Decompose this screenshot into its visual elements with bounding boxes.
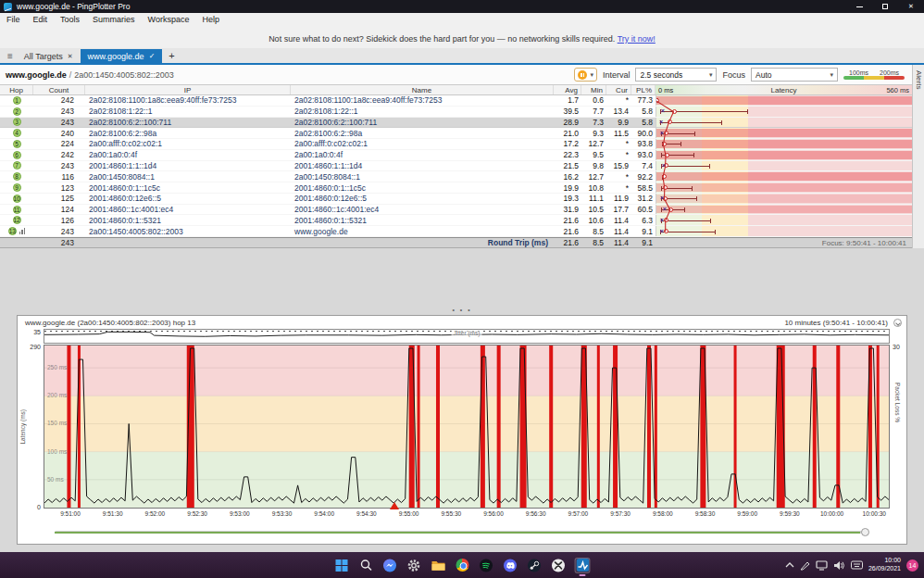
pl-cell: 60.5 — [631, 205, 656, 215]
tray-clock[interactable]: 10:00 26/09/2021 — [868, 557, 901, 573]
discord-button[interactable] — [503, 558, 518, 573]
volume-icon[interactable] — [833, 560, 845, 571]
target-chart-icon — [19, 228, 26, 234]
hop-row-3[interactable]: 3 243 2a02:8100:6:2::100:711 2a02:8100:6… — [0, 118, 912, 129]
time-scrollbar[interactable] — [55, 528, 869, 536]
column-header-count[interactable]: Count — [33, 85, 85, 94]
latency-mini-graph: × — [656, 107, 912, 117]
avg-marker — [662, 142, 667, 146]
chrome-icon — [456, 559, 468, 572]
menu-edit[interactable]: Edit — [27, 15, 55, 24]
notice-text: Not sure what to do next? Sidekick does … — [268, 34, 615, 44]
column-header-hop[interactable]: Hop — [0, 85, 33, 94]
column-header-ip[interactable]: IP — [85, 85, 291, 94]
column-header-min[interactable]: Min — [581, 85, 606, 94]
time-tick-label: 9:53:30 — [272, 510, 293, 517]
targets-menu-icon[interactable]: ≡ — [0, 51, 17, 63]
cast-display-icon[interactable] — [816, 560, 828, 571]
menu-summaries[interactable]: Summaries — [86, 15, 142, 24]
ip-cell: 2a02:8100:6:2::98a — [85, 128, 291, 138]
collapse-graph-button[interactable] — [893, 319, 902, 327]
pingplotter-taskbar-button[interactable] — [575, 558, 591, 573]
new-tab-button[interactable]: + — [162, 50, 181, 63]
cur-cell: * — [606, 150, 631, 160]
pause-dropdown-icon[interactable]: ▾ — [590, 71, 593, 79]
messenger-button[interactable] — [382, 558, 398, 573]
close-button[interactable]: ✕ — [898, 0, 924, 13]
count-cell: 240 — [33, 128, 85, 138]
tab-close-icon[interactable]: ✕ — [68, 53, 73, 60]
cur-cell: 15.9 — [606, 161, 631, 171]
xbox-button[interactable] — [551, 558, 567, 573]
search-button[interactable] — [358, 558, 374, 573]
count-cell: 243 — [33, 118, 85, 128]
hop-row-6[interactable]: 6 242 2a00:1a0:0:4f 2a00:1a0:0:4f 22.3 9… — [0, 150, 912, 161]
name-cell: 2a02:8100:6:2::100:711 — [291, 118, 554, 128]
hop-row-7[interactable]: 7 243 2001:4860:1:1::1d4 2001:4860:1:1::… — [0, 161, 912, 172]
try-it-now-link[interactable]: Try it now! — [618, 34, 656, 44]
menu-file[interactable]: File — [0, 15, 27, 24]
keyboard-icon[interactable] — [851, 560, 863, 570]
hop-row-4[interactable]: 4 240 2a02:8100:6:2::98a 2a02:8100:6:2::… — [0, 128, 912, 139]
hop-row-13[interactable]: 13 243 2a00:1450:4005:802::2003 www.goog… — [0, 226, 912, 237]
latency-max-label: 290 — [30, 344, 41, 350]
hop-row-12[interactable]: 12 126 2001:4860:0:1::5321 2001:4860:0:1… — [0, 215, 912, 226]
chart-area: Jitter (ms) 250 ms200 ms150 ms100 ms50 m… — [44, 329, 890, 509]
minimize-icon — [856, 6, 863, 7]
hop-row-5[interactable]: 5 224 2a00:afff:0:c02:c02:1 2a00:afff:0:… — [0, 139, 912, 150]
time-tick-label: 9:59:30 — [780, 510, 800, 517]
column-header-avg[interactable]: Avg — [554, 85, 581, 94]
steam-button[interactable] — [527, 558, 543, 573]
tab-www-google-de[interactable]: www.google.de ✓ — [81, 49, 163, 63]
hop-row-8[interactable]: 8 116 2a00:1450:8084::1 2a00:1450:8084::… — [0, 171, 912, 182]
splitter-handle[interactable]: • • • — [452, 307, 471, 313]
menu-help[interactable]: Help — [195, 15, 226, 24]
notification-badge[interactable]: 14 — [906, 559, 918, 572]
hop-row-9[interactable]: 9 123 2001:4860:0:1::1c5c 2001:4860:0:1:… — [0, 182, 912, 194]
alerts-side-tab[interactable]: Alerts — [912, 65, 924, 248]
pen-icon[interactable] — [800, 560, 810, 571]
chrome-button[interactable] — [455, 558, 470, 573]
column-header-pl[interactable]: PL% — [631, 85, 656, 94]
tray-chevron-up-icon[interactable] — [785, 561, 794, 569]
pause-trace-button[interactable]: ▾ — [574, 68, 597, 82]
hop-row-2[interactable]: 2 243 2a02:8108:1:22::1 2a02:8108:1:22::… — [0, 107, 912, 118]
file-explorer-button[interactable] — [431, 558, 446, 573]
gridline-label: 200 ms — [47, 392, 67, 398]
latency-mini-graph: × — [656, 226, 912, 236]
maximize-button[interactable] — [872, 0, 898, 13]
latency-scale-title: Latency — [656, 86, 912, 94]
avg-cell: 19.3 — [554, 194, 581, 204]
tab-all-targets[interactable]: All Targets ✕ — [17, 49, 81, 63]
chevron-down-icon: ▾ — [830, 71, 833, 79]
latency-plot[interactable]: 250 ms200 ms150 ms100 ms50 ms — [44, 345, 890, 509]
focus-select[interactable]: Auto ▾ — [751, 68, 838, 82]
hop-row-1[interactable]: 1 242 2a02:8108:1100:1a8c:eea9:40ff:fe73… — [0, 95, 912, 107]
avg-cell: 19.9 — [554, 182, 581, 193]
avg-cell: 17.2 — [554, 139, 581, 149]
time-tick-label: 9:58:00 — [653, 510, 673, 517]
menu-workspace[interactable]: Workspace — [142, 15, 196, 24]
spotify-button[interactable] — [479, 558, 494, 573]
scrollbar-handle[interactable] — [861, 528, 869, 536]
column-header-name[interactable]: Name — [291, 85, 554, 94]
folder-icon — [431, 559, 445, 572]
pingplotter-icon — [576, 559, 589, 572]
chevron-down-icon: ▾ — [709, 71, 713, 79]
cur-cell: 11.4 — [606, 226, 631, 236]
settings-button[interactable] — [406, 558, 422, 573]
start-button[interactable] — [334, 558, 350, 573]
minimize-button[interactable] — [846, 0, 872, 13]
ip-cell: 2a02:8108:1100:1a8c:eea9:40ff:fe73:7253 — [85, 95, 291, 106]
hop-row-11[interactable]: 11 124 2001:4860::1c:4001:ec4 2001:4860:… — [0, 205, 912, 216]
time-tick-label: 9:59:00 — [737, 510, 757, 517]
avg-marker — [664, 218, 668, 222]
hop-row-10[interactable]: 10 125 2001:4860:0:12e6::5 2001:4860:0:1… — [0, 194, 912, 205]
hop-number-badge: 1 — [13, 96, 21, 105]
interval-select[interactable]: 2.5 seconds ▾ — [635, 68, 717, 82]
min-max-whisker — [661, 220, 711, 221]
current-marker: × — [663, 206, 667, 212]
time-marker-icon[interactable] — [390, 502, 399, 509]
column-header-cur[interactable]: Cur — [606, 85, 631, 94]
menu-tools[interactable]: Tools — [54, 15, 86, 24]
